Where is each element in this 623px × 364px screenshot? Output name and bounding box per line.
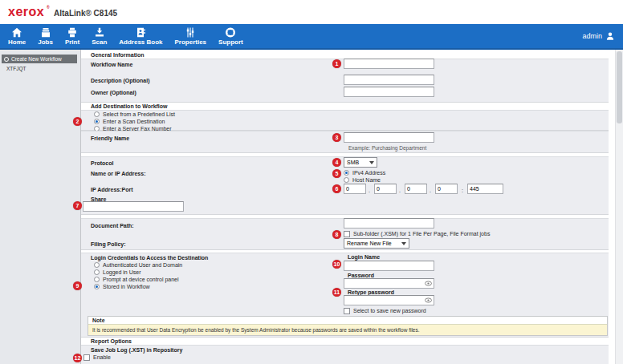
note-box [88,316,608,336]
nav-print[interactable]: Print [65,27,79,46]
filing-policy-label: Filing Policy: [91,241,126,247]
brand-bar: xerox ® AltaLink® C8145 [0,0,623,24]
owner-label: Owner (Optional) [91,90,136,95]
subfolder-checkbox[interactable] [344,231,350,237]
step-badge-9: 9 [73,281,82,290]
protocol-selected-value: SMB [347,160,359,165]
nav-properties-label: Properties [175,38,207,46]
friendly-name-input[interactable] [344,132,434,143]
ip-octet-1-input[interactable] [344,184,366,194]
protocol-label: Protocol [91,160,113,166]
step-badge-10: 10 [332,260,341,269]
workflow-name-input[interactable] [344,59,434,69]
radio-logged-in-user-label: Logged in User [103,269,140,275]
chevron-down-icon [369,161,374,164]
radio-logged-in-user[interactable] [94,269,100,275]
login-name-input[interactable] [344,261,434,271]
owner-input[interactable] [344,87,434,97]
radio-scan-destination[interactable] [94,119,100,124]
radio-predefined-list-label: Select from a Predefined List [103,111,175,117]
password-label: Password [348,273,374,278]
save-job-log-label: Save Job Log (.XST) in Repository [91,347,182,353]
document-path-label: Document Path: [91,223,134,229]
sidebar-item-label: Create New Workflow [11,56,62,62]
workflow-form: General Information Workflow Name 1 Desc… [80,50,617,364]
ip-octet-2-input[interactable] [374,184,397,194]
scrollbar[interactable] [615,50,623,364]
radio-authenticated-user[interactable] [94,262,100,268]
scrollbar-thumb[interactable] [617,51,622,123]
nav-jobs-label: Jobs [38,38,53,46]
radio-prompt-at-panel-label: Prompt at device control panel [103,277,179,282]
support-icon [225,27,236,38]
section-add-destination: Add Destination to Workflow [91,103,168,109]
address-book-icon [135,27,146,38]
nav-jobs[interactable]: Jobs [38,27,53,46]
radio-stored-in-workflow-label: Stored in Workflow [103,284,150,289]
nav-address-book[interactable]: Address Book [119,27,162,46]
radio-ipv4-address[interactable] [344,170,349,176]
home-icon [11,27,22,38]
section-general-information: General Information [91,52,145,58]
friendly-name-label: Friendly Name [91,135,129,141]
radio-prompt-at-panel[interactable] [94,277,100,282]
nav-address-book-label: Address Book [119,38,162,46]
address-type-label: Name or IP Address: [91,171,145,176]
step-badge-6: 6 [332,184,341,193]
step-badge-3: 3 [332,133,341,142]
scan-icon [94,27,105,38]
filing-policy-select[interactable]: Rename New File [344,238,409,249]
step-badge-4: 4 [332,158,341,167]
subfolder-checkbox-label: Sub-folder (.XSM) for 1 File Per Page, F… [353,231,490,237]
document-path-input[interactable] [344,218,434,229]
ip-address-port-label: IP Address:Port [91,187,133,192]
main-nav: Home Jobs Print Scan Address Book Proper… [0,24,623,50]
radio-host-name-label: Host Name [352,177,381,183]
step-badge-2: 2 [73,117,82,126]
xerox-logo: xerox [8,5,44,19]
friendly-name-hint: Example: Purchasing Department [348,145,426,151]
ip-port-colon: : [462,188,463,193]
password-input[interactable] [344,278,434,289]
show-password-icon[interactable] [425,281,432,286]
username: admin [582,32,602,40]
properties-icon [185,27,196,38]
workflow-sidebar: Create New Workflow XTFJQT [0,50,80,364]
enable-job-log-checkbox[interactable] [83,354,90,361]
step-badge-12: 12 [73,354,82,362]
ip-octet-4-input[interactable] [435,184,458,194]
radio-host-name[interactable] [344,177,349,183]
nav-print-label: Print [65,38,79,46]
note-title: Note [92,317,105,323]
radio-authenticated-user-label: Authenticated User and Domain [103,262,182,268]
ip-octet-3-input[interactable] [405,184,427,194]
step-badge-11: 11 [332,288,341,297]
note-header [88,317,607,325]
ip-dot-separator: . [430,188,431,193]
save-password-checkbox[interactable] [344,308,350,314]
nav-properties[interactable]: Properties [175,27,207,46]
radio-predefined-list[interactable] [94,111,100,117]
xerox-logo-registered-mark: ® [47,5,50,10]
sidebar-item-workflow[interactable]: XTFJQT [6,66,26,71]
nav-support-label: Support [218,38,243,46]
retype-password-input[interactable] [344,295,434,305]
nav-home[interactable]: Home [8,27,26,46]
share-input[interactable] [83,201,184,212]
nav-scan[interactable]: Scan [92,27,107,46]
chevron-down-icon [401,242,406,245]
step-badge-5: 5 [332,169,341,178]
step-badge-1: 1 [332,59,341,68]
protocol-select[interactable]: SMB [344,157,377,168]
sidebar-item-create-new-workflow[interactable]: Create New Workflow [2,55,77,63]
print-icon [67,27,78,38]
nav-support[interactable]: Support [218,27,243,46]
ip-port-input[interactable] [467,184,503,194]
show-retype-password-icon[interactable] [425,297,432,303]
jobs-icon [40,27,51,38]
description-input[interactable] [344,75,434,85]
logged-in-user[interactable]: admin [582,31,615,41]
step-badge-7: 7 [73,201,82,210]
save-password-checkbox-label: Select to save new password [353,308,426,313]
radio-stored-in-workflow[interactable] [94,284,100,289]
